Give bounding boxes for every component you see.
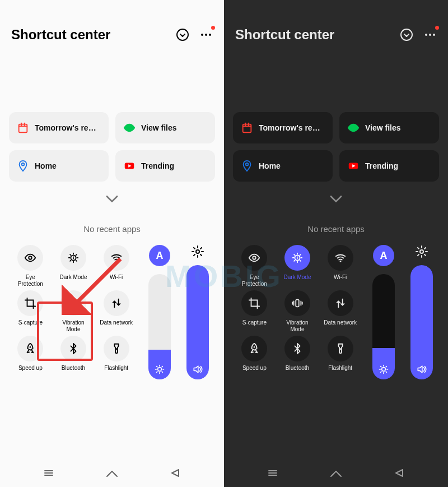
card-label: Tomorrow's re… — [259, 123, 325, 132]
gear-icon[interactable] — [415, 245, 428, 258]
card-label: View files — [141, 123, 207, 132]
calendar-icon — [241, 122, 253, 134]
notification-dot — [435, 26, 439, 30]
brightness-icon — [378, 364, 389, 375]
brightness-slider[interactable]: A — [367, 245, 400, 379]
card-trending[interactable]: Trending — [115, 150, 215, 182]
tile-speed-up[interactable]: Speed up — [9, 336, 52, 377]
tile-vibration-mode[interactable]: Vibration Mode — [52, 290, 95, 332]
card-label: Trending — [141, 161, 207, 170]
volume-icon — [416, 364, 427, 375]
card-tomorrows-reminder[interactable]: Tomorrow's re… — [9, 112, 109, 143]
expand-icon[interactable] — [176, 28, 189, 41]
tile-grid: Eye Protection Dark Mode Wi-Fi S-capture… — [233, 245, 362, 377]
eye-icon — [123, 122, 136, 134]
nav-back[interactable] — [167, 465, 184, 481]
quick-cards: Tomorrow's re… View files Home Trending — [9, 112, 215, 182]
header: Shortcut center — [0, 22, 224, 56]
page-title: Shortcut center — [11, 27, 110, 43]
control-center: Eye Protection Dark Mode Wi-Fi S-capture… — [0, 245, 224, 379]
brightness-slider[interactable]: A — [143, 245, 176, 379]
volume-slider[interactable] — [181, 245, 214, 379]
navbar — [224, 459, 448, 487]
tile-s-capture[interactable]: S-capture — [9, 290, 52, 332]
quick-cards: Tomorrow's re… View files Home Trending — [233, 112, 439, 182]
tile-bluetooth[interactable]: Bluetooth — [52, 336, 95, 377]
card-label: View files — [365, 123, 431, 132]
tile-dark-mode[interactable]: Dark Mode — [52, 245, 95, 287]
tile-vibration-mode[interactable]: Vibration Mode — [276, 290, 319, 332]
no-recent-apps-label: No recent apps — [224, 224, 448, 234]
header: Shortcut center — [224, 22, 448, 56]
tile-data-network[interactable]: Data network — [319, 290, 362, 332]
card-label: Trending — [365, 161, 431, 170]
card-view-files[interactable]: View files — [339, 112, 439, 143]
tile-wifi[interactable]: Wi-Fi — [319, 245, 362, 287]
tile-speed-up[interactable]: Speed up — [233, 336, 276, 377]
card-trending[interactable]: Trending — [339, 150, 439, 182]
page-title: Shortcut center — [235, 27, 334, 43]
auto-brightness-toggle[interactable]: A — [149, 245, 170, 266]
tile-flashlight[interactable]: Flashlight — [319, 336, 362, 377]
youtube-icon — [123, 160, 136, 172]
tile-eye-protection[interactable]: Eye Protection — [9, 245, 52, 287]
card-tomorrows-reminder[interactable]: Tomorrow's re… — [233, 112, 333, 143]
nav-home[interactable] — [104, 465, 120, 481]
eye-icon — [347, 122, 360, 134]
expand-icon[interactable] — [400, 28, 413, 41]
tile-dark-mode[interactable]: Dark Mode — [276, 245, 319, 287]
tile-data-network[interactable]: Data network — [95, 290, 138, 332]
nav-recent[interactable] — [40, 465, 57, 481]
more-icon[interactable] — [199, 28, 213, 41]
gear-icon[interactable] — [191, 245, 204, 258]
chevron-down-icon[interactable] — [102, 193, 122, 205]
tile-bluetooth[interactable]: Bluetooth — [276, 336, 319, 377]
no-recent-apps-label: No recent apps — [0, 224, 224, 234]
card-label: Tomorrow's re… — [35, 123, 101, 132]
card-label: Home — [35, 161, 101, 170]
tile-wifi[interactable]: Wi-Fi — [95, 245, 138, 287]
notification-dot — [211, 26, 215, 30]
tile-grid: Eye Protection Dark Mode Wi-Fi S-capture… — [9, 245, 138, 377]
dark-screen: Shortcut center Tomorrow's re… View file… — [224, 0, 448, 487]
tile-s-capture[interactable]: S-capture — [233, 290, 276, 332]
nav-home[interactable] — [328, 465, 344, 481]
control-center: Eye Protection Dark Mode Wi-Fi S-capture… — [224, 245, 448, 379]
auto-brightness-toggle[interactable]: A — [373, 245, 394, 266]
card-home[interactable]: Home — [9, 150, 109, 182]
maps-icon — [17, 160, 29, 172]
chevron-down-icon[interactable] — [326, 193, 346, 205]
card-label: Home — [259, 161, 325, 170]
volume-slider[interactable] — [405, 245, 438, 379]
brightness-icon — [154, 364, 165, 375]
youtube-icon — [347, 160, 360, 172]
light-screen: Shortcut center Tomorrow's re… View file… — [0, 0, 224, 487]
more-icon[interactable] — [423, 28, 437, 41]
tile-flashlight[interactable]: Flashlight — [95, 336, 138, 377]
card-home[interactable]: Home — [233, 150, 333, 182]
nav-back[interactable] — [391, 465, 408, 481]
nav-recent[interactable] — [264, 465, 281, 481]
tile-eye-protection[interactable]: Eye Protection — [233, 245, 276, 287]
navbar — [0, 459, 224, 487]
card-view-files[interactable]: View files — [115, 112, 215, 143]
maps-icon — [241, 160, 253, 172]
volume-icon — [192, 364, 203, 375]
calendar-icon — [17, 122, 29, 134]
